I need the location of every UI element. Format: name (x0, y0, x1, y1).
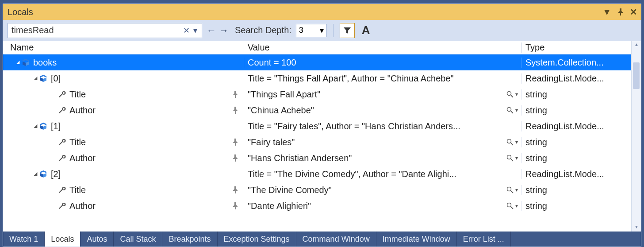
clear-search-icon[interactable]: ✕ (181, 26, 192, 35)
pin-icon[interactable] (232, 154, 241, 162)
panel-title: Locals (8, 7, 602, 17)
scroll-down-icon[interactable]: ▾ (632, 224, 641, 232)
search-next-icon[interactable]: → (219, 25, 229, 36)
variables-grid: Name Value Type booksCount = 100System.C… (3, 41, 631, 232)
wrench-icon (58, 138, 66, 146)
vertical-scrollbar[interactable]: ▴ ▾ (631, 41, 641, 232)
tab-error-list-[interactable]: Error List ... (457, 232, 511, 247)
expander-icon[interactable] (16, 61, 21, 65)
tab-locals[interactable]: Locals (45, 232, 80, 247)
variable-type: string (522, 185, 631, 195)
svg-point-8 (507, 187, 511, 191)
tab-autos[interactable]: Autos (80, 232, 114, 247)
expander-icon[interactable] (34, 77, 38, 81)
variable-type: ReadingList.Mode... (522, 121, 631, 131)
variable-type: string (522, 201, 631, 211)
search-history-dropdown-icon[interactable]: ▾ (192, 26, 199, 35)
separator (333, 24, 334, 37)
visualizer-icon[interactable] (505, 107, 515, 114)
variable-row[interactable]: Title"The Divine Comedy"▾string (3, 182, 631, 198)
visualizer-icon[interactable] (505, 154, 515, 162)
wrench-icon (58, 106, 66, 114)
variable-row[interactable]: [1]Title = "Fairy tales", Author = "Hans… (3, 118, 631, 134)
variable-row[interactable]: Title"Things Fall Apart"▾string (3, 86, 631, 102)
variable-type: ReadingList.Mode... (522, 73, 631, 84)
visualizer-dropdown-icon[interactable]: ▾ (515, 187, 518, 193)
search-prev-icon[interactable]: ← (207, 25, 216, 36)
variable-value: Title = "Things Fall Apart", Author = "C… (248, 73, 518, 84)
visualizer-dropdown-icon[interactable]: ▾ (515, 139, 518, 145)
pin-icon[interactable] (617, 8, 624, 15)
pin-icon[interactable] (232, 186, 241, 193)
visualizer-dropdown-icon[interactable]: ▾ (515, 203, 518, 209)
search-depth-value: 3 (299, 26, 320, 35)
window-position-dropdown-icon[interactable]: ▼ (602, 7, 611, 17)
variable-row[interactable]: [0]Title = "Things Fall Apart", Author =… (3, 70, 631, 86)
visualizer-icon[interactable] (505, 91, 515, 98)
variable-name: Title (69, 185, 86, 195)
visualizer-icon[interactable] (505, 202, 515, 209)
tab-exception-settings[interactable]: Exception Settings (218, 232, 296, 247)
pin-icon[interactable] (232, 202, 241, 209)
tab-watch-1[interactable]: Watch 1 (3, 232, 45, 247)
scroll-thumb[interactable] (633, 62, 640, 89)
variable-row[interactable]: [2]Title = "The Divine Comedy", Author =… (3, 166, 631, 182)
svg-line-9 (511, 191, 513, 193)
variable-row[interactable]: Author"Hans Christian Andersen"▾string (3, 150, 631, 166)
panel-titlebar: Locals ▼ ✕ (3, 4, 641, 20)
variable-value: Count = 100 (248, 58, 518, 68)
variable-value: "Dante Alighieri" (248, 201, 505, 211)
visualizer-dropdown-icon[interactable]: ▾ (515, 155, 518, 161)
tab-breakpoints[interactable]: Breakpoints (162, 232, 217, 247)
svg-point-6 (507, 155, 511, 159)
close-icon[interactable]: ✕ (630, 7, 637, 17)
variable-row[interactable]: Author"Chinua Achebe"▾string (3, 102, 631, 118)
variable-value: "Things Fall Apart" (248, 89, 505, 100)
variable-type: ReadingList.Mode... (522, 169, 631, 179)
visualizer-dropdown-icon[interactable]: ▾ (515, 91, 518, 97)
pin-icon[interactable] (232, 91, 241, 98)
tab-command-window[interactable]: Command Window (296, 232, 376, 247)
variable-type: string (522, 89, 631, 100)
object-cube-icon (22, 58, 30, 66)
expander-icon[interactable] (34, 124, 38, 128)
pin-icon[interactable] (232, 107, 241, 114)
variable-row[interactable]: Title"Fairy tales"▾string (3, 134, 631, 150)
variable-row[interactable]: Author"Dante Alighieri"▾string (3, 198, 631, 214)
pin-icon[interactable] (232, 139, 241, 146)
wrench-icon (58, 202, 66, 210)
svg-line-5 (511, 143, 513, 145)
search-depth-label: Search Depth: (235, 25, 291, 35)
search-depth-select[interactable]: 3 ▾ (296, 24, 327, 37)
visualizer-dropdown-icon[interactable]: ▾ (515, 107, 518, 113)
variable-value: Title = "Fairy tales", Author = "Hans Ch… (248, 121, 518, 131)
variable-name: Title (69, 137, 86, 147)
variable-value: Title = "The Divine Comedy", Author = "D… (248, 169, 518, 179)
filter-button[interactable] (340, 23, 355, 38)
chevron-down-icon: ▾ (320, 26, 324, 35)
svg-point-10 (507, 203, 511, 207)
header-value[interactable]: Value (244, 42, 522, 53)
header-type[interactable]: Type (522, 42, 631, 53)
object-cube-icon (39, 74, 47, 82)
variable-type: string (522, 137, 631, 147)
text-format-button[interactable]: A (359, 23, 373, 37)
header-name[interactable]: Name (3, 42, 244, 53)
visualizer-icon[interactable] (505, 139, 515, 146)
expander-icon[interactable] (34, 172, 38, 176)
variable-row[interactable]: booksCount = 100System.Collection... (3, 54, 631, 70)
variable-name: [2] (51, 169, 61, 179)
search-input[interactable] (12, 25, 181, 35)
tab-immediate-window[interactable]: Immediate Window (376, 232, 457, 247)
visualizer-icon[interactable] (505, 186, 515, 193)
search-input-container: ✕ ▾ (8, 23, 202, 38)
column-headers: Name Value Type (3, 41, 631, 54)
variable-name: books (33, 58, 57, 68)
tab-call-stack[interactable]: Call Stack (114, 232, 162, 247)
scroll-up-icon[interactable]: ▴ (632, 41, 641, 49)
variable-name: [0] (51, 73, 61, 84)
variable-name: [1] (51, 121, 61, 131)
svg-point-4 (507, 139, 511, 143)
svg-line-11 (511, 207, 513, 209)
variable-value: "Hans Christian Andersen" (248, 153, 505, 163)
